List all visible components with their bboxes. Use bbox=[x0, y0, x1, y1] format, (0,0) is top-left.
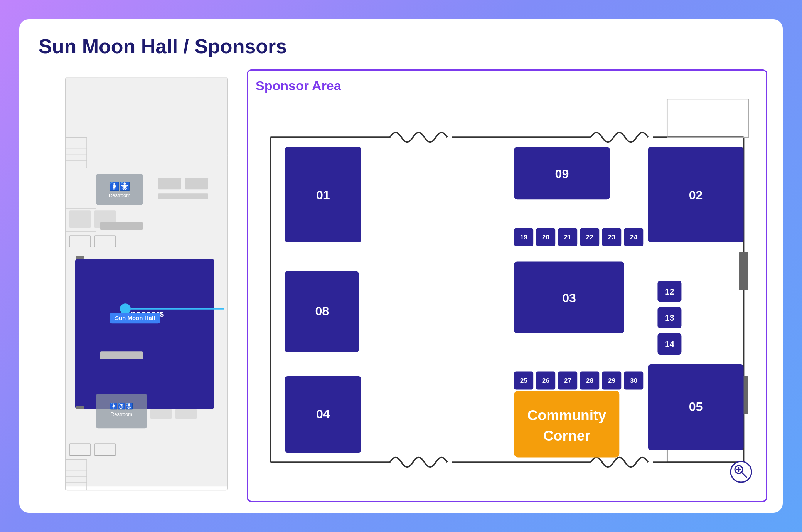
svg-text:21: 21 bbox=[564, 233, 572, 241]
zoom-icon[interactable] bbox=[730, 460, 753, 483]
svg-text:19: 19 bbox=[520, 233, 527, 241]
content-area: 🚺🚼 Restroom bbox=[35, 69, 767, 502]
svg-text:12: 12 bbox=[665, 287, 674, 296]
svg-text:03: 03 bbox=[562, 291, 576, 305]
zoom-wrapper[interactable] bbox=[730, 460, 753, 485]
svg-rect-28 bbox=[150, 409, 172, 419]
svg-text:🚺🚼: 🚺🚼 bbox=[109, 181, 130, 192]
svg-rect-15 bbox=[75, 259, 214, 409]
svg-text:25: 25 bbox=[520, 377, 528, 384]
svg-rect-29 bbox=[175, 409, 197, 419]
svg-text:09: 09 bbox=[555, 167, 569, 181]
sponsor-map-svg: 01 09 02 19 20 21 bbox=[256, 99, 758, 491]
svg-rect-21 bbox=[100, 222, 143, 230]
svg-rect-27 bbox=[76, 406, 84, 409]
svg-rect-98 bbox=[514, 391, 620, 458]
svg-text:27: 27 bbox=[564, 377, 571, 384]
svg-rect-52 bbox=[667, 99, 748, 137]
svg-text:05: 05 bbox=[689, 400, 703, 414]
svg-text:23: 23 bbox=[608, 233, 616, 241]
svg-text:Sun Moon Hall: Sun Moon Hall bbox=[115, 315, 155, 321]
svg-point-17 bbox=[120, 303, 131, 314]
svg-text:30: 30 bbox=[630, 377, 637, 384]
svg-text:Corner: Corner bbox=[543, 428, 590, 444]
sponsor-map: 01 09 02 19 20 21 bbox=[256, 99, 758, 491]
sponsor-area-title: Sponsor Area bbox=[256, 78, 758, 93]
svg-text:Restroom: Restroom bbox=[109, 192, 130, 198]
svg-text:26: 26 bbox=[542, 377, 550, 384]
left-map: 🚺🚼 Restroom bbox=[35, 69, 235, 502]
svg-text:28: 28 bbox=[586, 377, 594, 384]
svg-text:08: 08 bbox=[315, 304, 329, 318]
svg-rect-6 bbox=[158, 178, 181, 189]
svg-rect-53 bbox=[739, 252, 748, 290]
svg-text:20: 20 bbox=[542, 233, 549, 241]
svg-rect-26 bbox=[76, 256, 84, 259]
svg-rect-7 bbox=[185, 178, 208, 189]
svg-rect-1 bbox=[66, 77, 227, 155]
svg-text:01: 01 bbox=[316, 188, 330, 202]
right-panel: Sponsor Area bbox=[247, 69, 767, 502]
svg-text:Community: Community bbox=[527, 407, 607, 423]
floor-map-svg: 🚺🚼 Restroom bbox=[35, 69, 235, 502]
page-title: Sun Moon Hall / Sponsors bbox=[35, 35, 767, 58]
svg-text:Restroom: Restroom bbox=[111, 411, 132, 417]
svg-text:02: 02 bbox=[689, 188, 703, 202]
svg-rect-8 bbox=[158, 193, 208, 199]
svg-text:22: 22 bbox=[586, 233, 593, 241]
svg-text:14: 14 bbox=[665, 339, 674, 349]
svg-rect-23 bbox=[96, 394, 147, 428]
svg-text:13: 13 bbox=[665, 313, 674, 323]
outer-card: Sun Moon Hall / Sponsors 🚺🚼 Restroom bbox=[19, 19, 783, 513]
svg-text:04: 04 bbox=[316, 407, 330, 421]
svg-text:🚺♿🚼: 🚺♿🚼 bbox=[110, 402, 133, 410]
svg-text:29: 29 bbox=[608, 377, 615, 384]
svg-text:24: 24 bbox=[630, 233, 638, 241]
svg-rect-11 bbox=[69, 210, 91, 228]
svg-rect-22 bbox=[100, 351, 143, 359]
